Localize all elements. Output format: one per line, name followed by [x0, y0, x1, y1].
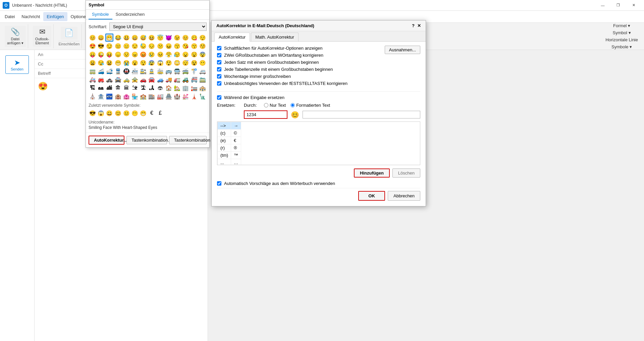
emoji-cell-50[interactable]: 😱	[156, 59, 164, 67]
emoji-cell-49[interactable]: 😰	[148, 59, 156, 67]
emoji-cell-10[interactable]: 😉	[173, 34, 181, 42]
datei-anfuegen-button[interactable]: 📎 Dateianfügen ▾	[5, 26, 26, 47]
emoji-cell-17[interactable]: 😐	[114, 42, 122, 50]
emoji-cell-69[interactable]: 🚐	[199, 67, 207, 75]
emoji-cell-15[interactable]: 😎	[97, 42, 105, 50]
tastenkombination2-button[interactable]: Tastenkombination	[169, 136, 207, 144]
emoji-cell-20[interactable]: 😓	[139, 42, 147, 50]
emoji-cell-18[interactable]: 😑	[122, 42, 130, 50]
emoji-cell-11[interactable]: 😊	[181, 34, 190, 42]
emoji-cell-76[interactable]: 🚗	[139, 76, 147, 84]
emoji-cell-77[interactable]: 🚘	[148, 76, 156, 84]
emoji-cell-48[interactable]: 😯	[139, 59, 147, 67]
table-row-4[interactable]: (tm)™	[218, 152, 241, 159]
emoji-cell-93[interactable]: 🏠	[165, 84, 173, 92]
emoji-cell-102[interactable]: 🏩	[122, 92, 130, 100]
emoji-cell-64[interactable]: 🚋	[156, 67, 164, 75]
emoji-cell-46[interactable]: 😭	[122, 59, 130, 67]
emoji-cell-110[interactable]: 🗼	[190, 92, 198, 100]
emoji-cell-52[interactable]: 😳	[173, 59, 181, 67]
help-icon[interactable]: ?	[412, 23, 415, 28]
emoji-cell-19[interactable]: 😒	[131, 42, 139, 50]
emoji-cell-94[interactable]: 🏡	[173, 84, 181, 92]
emoji-cell-45[interactable]: 😬	[114, 59, 122, 67]
loeschen-button[interactable]: Löschen	[392, 168, 420, 178]
radio-nur-text-input[interactable]	[264, 103, 268, 107]
emoji-cell-32[interactable]: 😟	[122, 50, 130, 58]
tastenkombination-button[interactable]: Tastenkombination...	[126, 136, 167, 144]
emoji-cell-16[interactable]: 😏	[105, 42, 113, 50]
emoji-cell-71[interactable]: 🚒	[97, 76, 105, 84]
emoji-cell-47[interactable]: 😮	[131, 59, 139, 67]
emoji-cell-74[interactable]: 🚕	[122, 76, 130, 84]
durch-input[interactable]	[303, 111, 420, 118]
emoji-cell-42[interactable]: 😩	[89, 59, 97, 67]
emoji-cell-4[interactable]: 😃	[122, 34, 130, 42]
recent-emoji-2[interactable]: 😀	[105, 109, 113, 117]
emoji-cell-105[interactable]: 🏬	[148, 92, 156, 100]
table-row-0[interactable]: -->→	[218, 122, 241, 130]
emoji-cell-92[interactable]: 🏟	[156, 84, 164, 92]
emoji-cell-29[interactable]: 😜	[97, 50, 105, 58]
emoji-cell-73[interactable]: 🚔	[114, 76, 122, 84]
emoji-cell-26[interactable]: 😙	[190, 42, 198, 50]
emoji-cell-65[interactable]: 🚌	[165, 67, 173, 75]
emoji-cell-43[interactable]: 😪	[97, 59, 105, 67]
recent-emoji-8[interactable]: £	[156, 109, 164, 117]
emoji-cell-68[interactable]: 🚏	[190, 67, 198, 75]
table-row-1[interactable]: (c)©	[218, 130, 241, 137]
emoji-cell-106[interactable]: 🏭	[156, 92, 164, 100]
emoji-cell-28[interactable]: 😛	[89, 50, 97, 58]
emoji-cell-103[interactable]: 🏪	[131, 92, 139, 100]
emoji-cell-13[interactable]: 😌	[199, 34, 207, 42]
recent-emoji-4[interactable]: 😐	[122, 109, 130, 117]
emoji-cell-22[interactable]: 😕	[156, 42, 164, 50]
recent-emoji-0[interactable]: 😎	[89, 109, 97, 117]
emoji-cell-41[interactable]: 😨	[199, 50, 207, 58]
autokorrektur-close-icon[interactable]: ✕	[417, 23, 421, 28]
emoji-cell-67[interactable]: 🚎	[181, 67, 190, 75]
emoji-cell-31[interactable]: 😞	[114, 50, 122, 58]
emoji-cell-24[interactable]: 😗	[173, 42, 181, 50]
recent-emoji-5[interactable]: 😶	[131, 109, 139, 117]
menu-nachricht[interactable]: Nachricht	[18, 12, 43, 21]
minimize-button[interactable]: —	[595, 0, 610, 11]
symbole-item[interactable]: Symbole ▾	[610, 44, 633, 50]
emoji-cell-98[interactable]: ⛪	[89, 92, 97, 100]
emoji-cell-38[interactable]: 😥	[173, 50, 181, 58]
formel-item[interactable]: Formel ▾	[612, 22, 632, 29]
emoji-cell-79[interactable]: 🚚	[165, 76, 173, 84]
emoji-cell-23[interactable]: 😖	[165, 42, 173, 50]
emoji-cell-61[interactable]: 🚈	[131, 67, 139, 75]
emoji-cell-44[interactable]: 😫	[105, 59, 113, 67]
emoji-cell-96[interactable]: 🏣	[190, 84, 198, 92]
table-row-5[interactable]: ...…	[218, 159, 241, 165]
emoji-cell-95[interactable]: 🏢	[181, 84, 190, 92]
checkbox-1[interactable]	[217, 53, 221, 57]
emoji-cell-37[interactable]: 😤	[165, 50, 173, 58]
emoji-cell-3[interactable]: 😂	[114, 34, 122, 42]
emoji-cell-36[interactable]: 😣	[156, 50, 164, 58]
send-button[interactable]: ➤ Senden	[5, 55, 29, 74]
horizontal-line-item[interactable]: Horizontale Linie	[604, 37, 639, 43]
symbol-item[interactable]: Symbol ▾	[611, 30, 632, 36]
emoji-cell-1[interactable]: 😀	[97, 34, 105, 42]
emoji-cell-82[interactable]: 🚝	[190, 76, 198, 84]
tab-math-autokorrektur[interactable]: Math. AutoKorrektur	[251, 33, 299, 41]
emoji-cell-55[interactable]: 😶	[199, 59, 207, 67]
emoji-cell-85[interactable]: 🏘	[97, 84, 105, 92]
waehrend-checkbox[interactable]	[217, 95, 221, 100]
close-button[interactable]: ✕	[626, 0, 641, 11]
recent-emoji-7[interactable]: €	[148, 109, 156, 117]
emoji-cell-111[interactable]: 🗽	[199, 92, 207, 100]
emoji-cell-7[interactable]: 😆	[148, 34, 156, 42]
emoji-cell-56[interactable]: 🚃	[89, 67, 97, 75]
menu-einfuegen[interactable]: Einfügen	[43, 12, 67, 21]
auto-vorschlaege-checkbox[interactable]	[217, 181, 221, 186]
emoji-cell-51[interactable]: 😲	[165, 59, 173, 67]
einschliessen-button[interactable]: 📄	[61, 27, 77, 40]
emoji-cell-75[interactable]: 🚖	[131, 76, 139, 84]
tab-symbole[interactable]: Symbole	[89, 10, 112, 19]
checkbox-0[interactable]	[217, 46, 221, 50]
emoji-cell-99[interactable]: 🏦	[97, 92, 105, 100]
